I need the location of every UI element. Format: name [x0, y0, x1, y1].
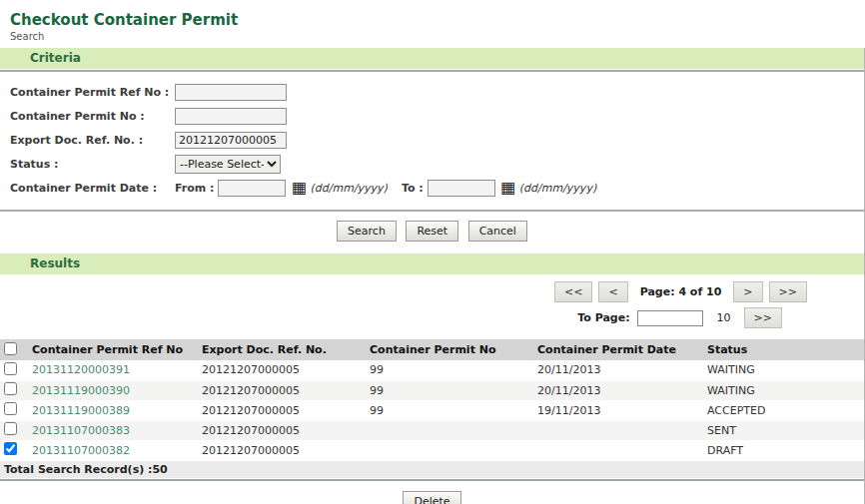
table-header-row: Container Permit Ref No Export Doc. Ref.…	[0, 339, 864, 360]
permit-date-cell: 20/11/2013	[533, 360, 703, 380]
form-row-export-doc: Export Doc. Ref. No. :	[10, 128, 864, 152]
date-to-label: To :	[402, 182, 424, 195]
permit-no-input[interactable]	[175, 108, 287, 125]
column-header-status: Status	[703, 339, 864, 360]
export-doc-cell: 20121207000005	[198, 440, 366, 460]
status-cell: WAITING	[703, 360, 864, 380]
status-cell: ACCEPTED	[703, 400, 864, 420]
to-page-input[interactable]	[637, 310, 703, 326]
go-to-page-button[interactable]: >>	[744, 307, 782, 328]
total-records-row: Total Search Record(s) :50	[0, 460, 864, 478]
criteria-form: Container Permit Ref No : Container Perm…	[0, 72, 864, 200]
cancel-button[interactable]: Cancel	[468, 221, 527, 242]
row-checkbox[interactable]	[4, 382, 17, 395]
table-row: 20131119000390 20121207000005 99 20/11/2…	[0, 380, 864, 400]
column-header-ref-no: Container Permit Ref No	[28, 339, 198, 360]
ref-no-input[interactable]	[175, 84, 287, 101]
row-checkbox[interactable]	[4, 422, 17, 435]
export-doc-input[interactable]	[175, 132, 287, 149]
table-row: 20131120000391 20121207000005 99 20/11/2…	[0, 360, 864, 380]
form-row-status: Status : --Please Select--	[10, 152, 864, 176]
column-header-export-doc: Export Doc. Ref. No.	[198, 339, 366, 360]
form-row-permit-date: Container Permit Date : From : ▦ (dd/mm/…	[10, 176, 864, 200]
pagination-row-goto: To Page: 10 >>	[0, 307, 810, 328]
results-table: Container Permit Ref No Export Doc. Ref.…	[0, 339, 864, 479]
date-from-input[interactable]	[218, 180, 286, 197]
permit-date-label: Container Permit Date :	[10, 182, 175, 195]
prev-page-button[interactable]: <	[598, 281, 627, 302]
permit-date-cell: 20/11/2013	[533, 380, 703, 400]
date-to-input[interactable]	[428, 180, 495, 197]
form-row-permit-no: Container Permit No :	[10, 104, 864, 128]
page-header: Checkout Container Permit Search	[0, 0, 865, 42]
to-page-label: To Page:	[577, 311, 629, 324]
pagination: << < Page: 4 of 10 > >> To Page: 10 >>	[0, 274, 864, 335]
ref-no-link[interactable]: 20131119000390	[32, 384, 130, 397]
ref-no-link[interactable]: 20131120000391	[32, 363, 130, 376]
calendar-icon[interactable]: ▦	[499, 181, 517, 195]
date-from-format-hint: (dd/mm/yyyy)	[310, 182, 387, 195]
date-to-format-hint: (dd/mm/yyyy)	[519, 182, 596, 195]
status-label: Status :	[10, 158, 175, 171]
delete-button[interactable]: Delete	[403, 491, 460, 504]
first-page-button[interactable]: <<	[554, 281, 592, 302]
table-row: 20131107000383 20121207000005 SENT	[0, 420, 864, 440]
footer-actions: Delete	[0, 481, 864, 504]
next-page-button[interactable]: >	[733, 281, 762, 302]
ref-no-link[interactable]: 20131107000382	[32, 444, 130, 457]
table-row: 20131119000389 20121207000005 99 19/11/2…	[0, 400, 864, 420]
export-doc-cell: 20121207000005	[198, 380, 366, 400]
permit-date-cell: 19/11/2013	[533, 400, 703, 420]
row-checkbox[interactable]	[4, 442, 17, 455]
export-doc-cell: 20121207000005	[198, 400, 366, 420]
calendar-icon[interactable]: ▦	[290, 181, 308, 195]
total-pages-label: 10	[717, 311, 731, 324]
table-row: 20131107000382 20121207000005 DRAFT	[0, 440, 864, 460]
row-checkbox[interactable]	[4, 402, 17, 415]
column-header-permit-no: Container Permit No	[366, 339, 533, 360]
ref-no-label: Container Permit Ref No :	[10, 86, 175, 99]
permit-no-cell	[366, 440, 533, 460]
results-section-header: Results	[0, 253, 864, 274]
total-records-label: Total Search Record(s) :50	[0, 460, 864, 478]
reset-button[interactable]: Reset	[406, 221, 458, 242]
status-select[interactable]: --Please Select--	[175, 155, 281, 174]
permit-no-cell: 99	[366, 380, 533, 400]
permit-no-cell: 99	[366, 360, 533, 380]
last-page-button[interactable]: >>	[769, 281, 807, 302]
permit-date-cell	[533, 420, 703, 440]
ref-no-link[interactable]: 20131107000383	[32, 424, 130, 437]
select-all-checkbox[interactable]	[4, 342, 17, 355]
page-title: Checkout Container Permit	[10, 11, 855, 29]
criteria-section-header: Criteria	[0, 48, 864, 69]
criteria-buttons: Search Reset Cancel	[0, 212, 864, 253]
page-subtitle: Search	[10, 31, 855, 42]
permit-no-cell	[366, 420, 533, 440]
permit-date-cell	[533, 440, 703, 460]
column-header-date: Container Permit Date	[533, 339, 703, 360]
export-doc-cell: 20121207000005	[198, 420, 366, 440]
content-area: Criteria Container Permit Ref No : Conta…	[0, 48, 865, 504]
status-cell: WAITING	[703, 380, 864, 400]
page-indicator: Page: 4 of 10	[640, 285, 722, 298]
export-doc-label: Export Doc. Ref. No. :	[10, 134, 175, 147]
export-doc-cell: 20121207000005	[198, 360, 366, 380]
ref-no-link[interactable]: 20131119000389	[32, 404, 130, 417]
status-cell: SENT	[703, 420, 864, 440]
row-checkbox[interactable]	[4, 362, 17, 375]
search-button[interactable]: Search	[337, 221, 397, 242]
form-row-ref-no: Container Permit Ref No :	[10, 80, 864, 104]
status-cell: DRAFT	[703, 440, 864, 460]
permit-no-label: Container Permit No :	[10, 110, 175, 123]
date-from-label: From :	[175, 182, 214, 195]
pagination-row-nav: << < Page: 4 of 10 > >>	[0, 281, 810, 302]
permit-no-cell: 99	[366, 400, 533, 420]
